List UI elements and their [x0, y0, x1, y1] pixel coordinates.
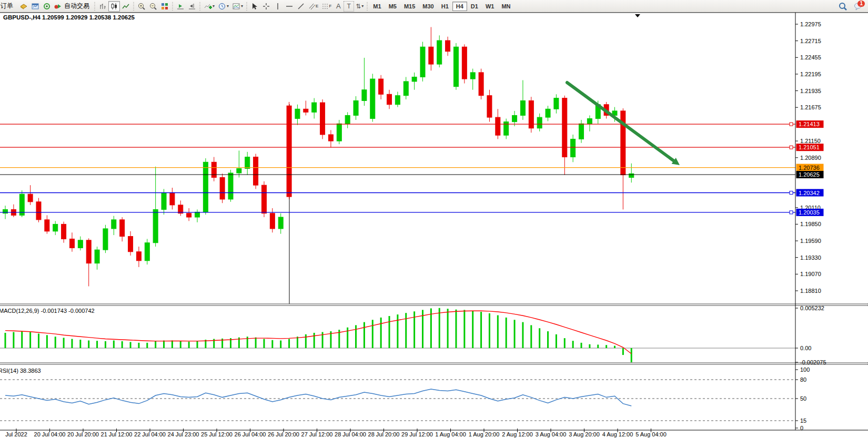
candle-up — [278, 217, 283, 229]
candle-down — [120, 220, 125, 237]
time-axis-label: 3 Aug 20:00 — [569, 431, 600, 437]
price-axis-tick-label: 1.18810 — [800, 288, 821, 294]
candle-up — [345, 115, 350, 124]
candle-down — [69, 239, 74, 248]
candle-down — [320, 103, 325, 135]
candle-down — [62, 224, 66, 239]
time-axis-label: 3 Aug 04:00 — [536, 431, 567, 437]
rsi-axis-tick-label: 15 — [800, 417, 806, 424]
price-line-marker[interactable] — [790, 191, 793, 195]
candle-up — [145, 243, 149, 261]
candle-up — [470, 73, 475, 79]
candle-down — [287, 106, 291, 197]
time-axis-label: 24 Jul 23:00 — [168, 431, 199, 437]
time-axis-label: 1 Aug 04:00 — [435, 431, 466, 437]
time-axis-label: 29 Jul 12:00 — [401, 431, 433, 437]
candle-up — [354, 100, 358, 115]
time-axis-label: 28 Jul 04:00 — [335, 431, 366, 437]
symbol-ohlc-label: GBPUSD-,H4 1.20599 1.20929 1.20538 1.206… — [3, 14, 135, 21]
candle-down — [379, 79, 383, 94]
candle-down — [187, 213, 191, 217]
candle-up — [395, 96, 400, 105]
candle-down — [220, 178, 225, 199]
time-axis-label: Jul 2022 — [5, 431, 27, 437]
time-axis-label: 2 Aug 12:00 — [502, 431, 533, 437]
time-axis-label: 1 Aug 20:00 — [469, 431, 500, 437]
rsi-indicator-label: RSI(14) 38.3863 — [0, 368, 41, 374]
candle-up — [195, 212, 200, 217]
time-axis-label: 27 Jul 12:00 — [301, 431, 333, 437]
price-line-marker[interactable] — [790, 123, 793, 126]
candle-down — [304, 109, 308, 112]
candle-down — [254, 157, 258, 186]
candle-down — [170, 193, 175, 205]
macd-indicator-label: MACD(12,26,9) -0.001743 -0.000742 — [0, 308, 95, 314]
candle-up — [245, 157, 250, 169]
candle-up — [78, 240, 83, 248]
price-axis-tick-label: 1.20890 — [800, 155, 821, 161]
candle-up — [403, 82, 408, 96]
candle-up — [420, 47, 425, 77]
candle-down — [496, 117, 500, 135]
candle-up — [53, 224, 58, 231]
time-axis-label: 21 Jul 12:00 — [101, 431, 133, 437]
candle-down — [387, 94, 392, 104]
time-axis-label: 22 Jul 04:00 — [134, 431, 166, 437]
candle-up — [412, 77, 417, 82]
rsi-axis-tick-label: 50 — [800, 395, 806, 402]
candle-down — [211, 162, 216, 177]
candle-up — [112, 220, 116, 229]
rsi-axis-tick-label: 0 — [800, 425, 803, 431]
price-line-axis-value: 1.21051 — [799, 144, 820, 150]
price-axis-tick-label: 1.19070 — [800, 271, 821, 277]
price-line-axis-value: 1.20625 — [799, 171, 820, 178]
time-axis-label: 4 Aug 12:00 — [602, 431, 633, 437]
time-axis-label: 20 Jul 04:00 — [34, 431, 66, 437]
candle-up — [103, 229, 108, 250]
candle-down — [562, 98, 567, 157]
candle-down — [28, 194, 33, 202]
price-line-axis-value: 1.21413 — [799, 121, 820, 127]
time-axis-label: 20 Jul 20:00 — [67, 431, 99, 437]
candle-up — [554, 98, 559, 109]
price-axis-tick-label: 1.22975 — [800, 21, 821, 27]
price-line-marker[interactable] — [790, 146, 793, 149]
price-line-axis-value: 1.20035 — [799, 209, 820, 216]
price-line-axis-value: 1.20736 — [799, 165, 820, 171]
candle-up — [153, 209, 158, 242]
time-axis-label: 5 Aug 04:00 — [635, 431, 667, 437]
candle-up — [571, 139, 576, 157]
candle-down — [128, 237, 133, 252]
candle-down — [136, 252, 141, 261]
candle-up — [362, 90, 367, 101]
candle-down — [446, 40, 450, 52]
macd-axis-tick-label: -0.002075 — [800, 359, 826, 365]
price-axis-tick-label: 1.22715 — [800, 38, 821, 44]
price-axis-tick-label: 1.21150 — [800, 138, 821, 144]
chart-window[interactable]: GBPUSD-,H4 1.20599 1.20929 1.20538 1.206… — [0, 0, 868, 438]
price-axis-tick-label: 1.21675 — [800, 104, 821, 110]
price-axis-tick-label: 1.19330 — [800, 254, 821, 261]
candle-up — [537, 117, 542, 128]
candle-up — [3, 209, 8, 213]
price-axis-tick-label: 1.21935 — [800, 88, 821, 94]
candle-up — [453, 47, 458, 86]
candle-up — [162, 193, 166, 210]
price-axis-tick-label: 1.19590 — [800, 238, 821, 244]
candle-down — [479, 73, 483, 96]
price-axis-tick-label: 1.22195 — [800, 71, 821, 77]
rsi-axis-tick-label: 100 — [800, 366, 810, 373]
candle-down — [36, 202, 41, 220]
candle-up — [504, 122, 509, 136]
chart-background — [0, 13, 868, 438]
candle-up — [579, 124, 584, 139]
candle-up — [437, 40, 442, 64]
candle-up — [228, 173, 233, 199]
candle-down — [429, 47, 433, 64]
time-axis-label: 25 Jul 12:00 — [201, 431, 233, 437]
candle-down — [45, 220, 49, 231]
price-line-marker[interactable] — [790, 211, 793, 214]
candle-down — [487, 96, 492, 117]
candle-up — [520, 100, 525, 115]
candle-up — [629, 174, 634, 177]
